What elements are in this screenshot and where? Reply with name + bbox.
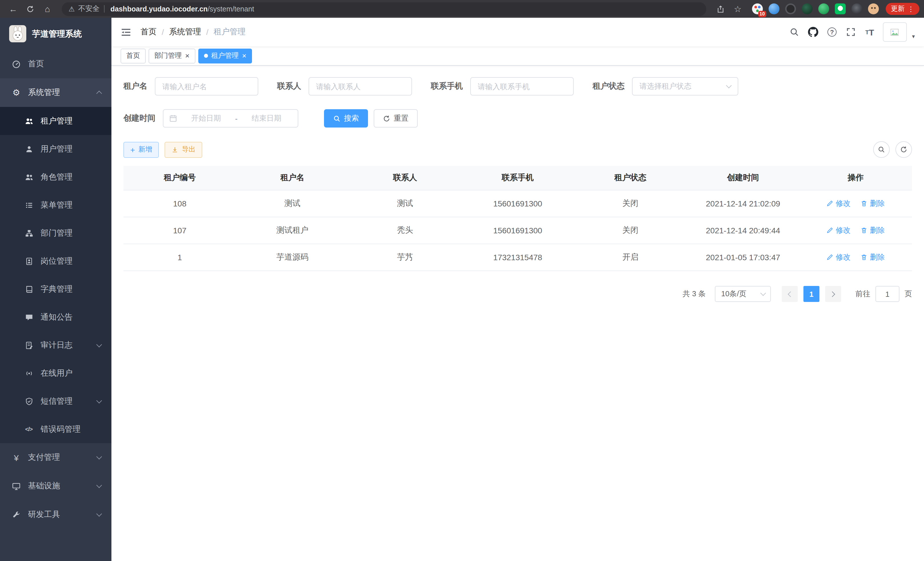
avatar[interactable]: [883, 22, 907, 42]
prev-page-button[interactable]: [782, 286, 798, 302]
logo-rabbit-icon: [9, 25, 26, 42]
sidebar-item-user[interactable]: 用户管理: [0, 135, 111, 163]
cell-mobile: 15601691300: [461, 190, 574, 217]
extension-badge: 10: [758, 11, 766, 17]
extension-icon-blue[interactable]: [769, 3, 779, 14]
font-size-icon[interactable]: TT: [864, 25, 875, 39]
add-button[interactable]: + 新增: [123, 141, 159, 158]
select-placeholder: 请选择租户状态: [639, 81, 727, 92]
create-time-range-picker[interactable]: 开始日期 - 结束日期: [163, 109, 298, 128]
close-icon[interactable]: ×: [242, 52, 246, 59]
sidebar-collapse-icon[interactable]: [121, 27, 131, 38]
url-path: /system/tenant: [208, 5, 254, 13]
goto-label: 前往: [855, 289, 870, 299]
help-icon[interactable]: ?: [826, 25, 838, 39]
export-button[interactable]: 导出: [165, 141, 202, 158]
back-icon[interactable]: ←: [4, 2, 22, 16]
page-size-select[interactable]: 10条/页: [715, 286, 771, 302]
sidebar-item-audit[interactable]: 审计日志: [0, 331, 111, 359]
edit-link[interactable]: 修改: [826, 225, 850, 236]
breadcrumb-home[interactable]: 首页: [141, 27, 157, 37]
sidebar-item-dict[interactable]: 字典管理: [0, 275, 111, 303]
sidebar-item-devtool[interactable]: 研发工具: [0, 500, 111, 529]
bookmark-star-icon[interactable]: ☆: [729, 2, 746, 16]
next-page-button[interactable]: [825, 286, 841, 302]
tenant-status-select[interactable]: 请选择租户状态: [632, 77, 738, 96]
profile-avatar-icon[interactable]: [868, 3, 879, 14]
github-icon[interactable]: [807, 25, 819, 39]
security-warning-icon: ⚠: [69, 5, 75, 13]
column-header: 联系手机: [461, 166, 574, 190]
org-tree-icon: [24, 229, 34, 237]
tab-dept[interactable]: 部门管理 ×: [148, 48, 195, 63]
search-button[interactable]: 搜索: [324, 109, 368, 128]
filter-contact: 联系人: [277, 77, 412, 96]
tenant-name-input[interactable]: [155, 77, 258, 96]
app-logo[interactable]: 芋道管理系统: [0, 18, 111, 50]
header-search-icon[interactable]: [789, 25, 800, 39]
breadcrumb-separator: /: [162, 27, 164, 37]
extension-icon-darkgreen[interactable]: [802, 3, 813, 14]
page-number-1[interactable]: 1: [803, 286, 819, 302]
reset-button[interactable]: 重置: [374, 109, 418, 128]
goto-page-input[interactable]: [875, 286, 899, 302]
sidebar-item-notice[interactable]: 通知公告: [0, 303, 111, 331]
app-title: 芋道管理系统: [32, 28, 82, 39]
column-header: 创建时间: [687, 166, 799, 190]
tab-tenant[interactable]: 租户管理 ×: [198, 48, 252, 63]
sidebar-item-infra[interactable]: 基础设施: [0, 472, 111, 500]
extension-icon-green-square[interactable]: [835, 3, 846, 14]
edit-link[interactable]: 修改: [826, 252, 850, 262]
sidebar-item-menu[interactable]: 菜单管理: [0, 191, 111, 219]
tenant-table: 租户编号 租户名 联系人 联系手机 租户状态 创建时间 操作 108 测试: [123, 166, 912, 271]
tab-home[interactable]: 首页: [121, 48, 146, 63]
reload-icon[interactable]: [22, 2, 39, 16]
edit-label: 修改: [836, 225, 850, 236]
delete-link[interactable]: 删除: [861, 199, 885, 209]
sidebar-item-dept[interactable]: 部门管理: [0, 219, 111, 247]
sidebar-item-home[interactable]: 首页: [0, 50, 111, 78]
sidebar-item-post[interactable]: 岗位管理: [0, 247, 111, 275]
sidebar-item-label: 在线用户: [40, 368, 101, 378]
extension-icon-dark-ring[interactable]: [785, 3, 796, 14]
delete-link[interactable]: 删除: [861, 225, 885, 236]
sidebar-item-pay[interactable]: ¥ 支付管理: [0, 443, 111, 472]
sidebar-item-role[interactable]: 角色管理: [0, 163, 111, 191]
delete-link[interactable]: 删除: [861, 252, 885, 262]
browser-update-button[interactable]: 更新 ⋮: [886, 3, 920, 15]
extension-icon-dark[interactable]: [851, 3, 862, 14]
browser-menu-icon[interactable]: ⋮: [908, 5, 914, 13]
sidebar-item-errcode[interactable]: </> 错误码管理: [0, 415, 111, 443]
pagination: 共 3 条 10条/页 1 前往 页: [123, 286, 912, 302]
home-icon[interactable]: ⌂: [39, 2, 56, 16]
contact-input[interactable]: [309, 77, 412, 96]
sidebar-item-label: 字典管理: [40, 284, 101, 294]
cell-name: 芋道源码: [236, 244, 349, 271]
extension-icon-colordots[interactable]: 10: [752, 3, 763, 14]
cell-contact: 芋艿: [349, 244, 461, 271]
extension-icon-green[interactable]: [818, 3, 829, 14]
toggle-search-icon[interactable]: [873, 141, 890, 158]
sidebar-menu: 首页 ⚙ 系统管理 租户管理: [0, 50, 111, 561]
fullscreen-icon[interactable]: [845, 25, 856, 39]
share-icon[interactable]: [712, 2, 729, 16]
mobile-input[interactable]: [470, 77, 574, 96]
add-button-label: 新增: [138, 145, 152, 154]
refresh-icon[interactable]: [896, 141, 912, 158]
cell-created: 2021-12-14 20:49:44: [687, 217, 799, 244]
small-t: T: [866, 29, 869, 35]
address-bar[interactable]: ⚠ 不安全 dashboard.yudao.iocoder.cn/system/…: [62, 2, 706, 16]
person-icon: [24, 145, 34, 153]
sidebar-item-tenant[interactable]: 租户管理: [0, 107, 111, 135]
breadcrumb-system[interactable]: 系统管理: [169, 27, 201, 37]
edit-label: 修改: [836, 199, 850, 209]
filter-status: 租户状态 请选择租户状态: [592, 77, 738, 96]
update-label: 更新: [891, 4, 904, 14]
edit-link[interactable]: 修改: [826, 199, 850, 209]
sidebar-item-online[interactable]: 在线用户: [0, 359, 111, 387]
close-icon[interactable]: ×: [185, 52, 189, 59]
sidebar-item-sms[interactable]: 短信管理: [0, 387, 111, 415]
chevron-down-icon[interactable]: ▾: [912, 33, 915, 39]
filter-mobile: 联系手机: [431, 77, 574, 96]
sidebar-item-system[interactable]: ⚙ 系统管理: [0, 78, 111, 107]
